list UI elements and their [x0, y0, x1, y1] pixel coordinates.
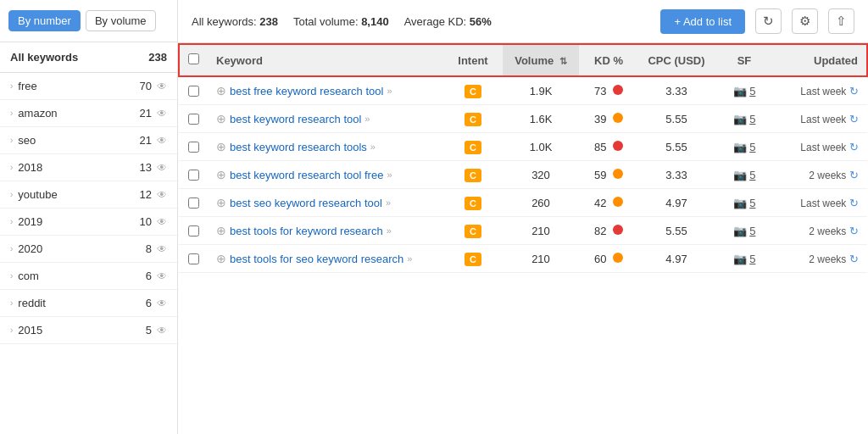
table-row: ⊕ best free keyword research tool » C 1.… — [179, 76, 867, 105]
header-volume[interactable]: Volume ⇅ — [503, 44, 579, 76]
header-intent[interactable]: Intent — [443, 44, 503, 76]
keyword-text: best free keyword research tool — [230, 85, 383, 97]
sidebar-keyword-name: 2020 — [18, 242, 42, 255]
refresh-row-icon[interactable]: ↻ — [849, 253, 859, 265]
row-updated-cell: 2 weeks ↻ — [774, 217, 867, 245]
row-volume-cell: 1.6K — [503, 105, 579, 133]
row-updated-cell: 2 weeks ↻ — [774, 161, 867, 189]
chevron-right-icon: › — [10, 163, 13, 172]
row-checkbox[interactable] — [188, 253, 199, 264]
refresh-button[interactable]: ↻ — [755, 8, 782, 34]
eye-icon[interactable]: 👁 — [157, 162, 167, 174]
sidebar-item[interactable]: › com 6 👁 — [0, 263, 177, 290]
keyword-link[interactable]: ⊕ best free keyword research tool » — [216, 84, 435, 97]
eye-icon[interactable]: 👁 — [157, 135, 167, 147]
eye-icon[interactable]: 👁 — [157, 81, 167, 92]
kd-value: 73 — [594, 85, 606, 97]
sf-count[interactable]: 5 — [749, 113, 755, 125]
sidebar-item[interactable]: › seo 21 👁 — [0, 127, 177, 154]
select-all-checkbox[interactable] — [188, 53, 199, 64]
row-cpc-cell: 5.55 — [638, 217, 715, 245]
sidebar-item-right: 13 👁 — [140, 161, 167, 174]
row-checkbox[interactable] — [188, 114, 199, 125]
eye-icon[interactable]: 👁 — [157, 270, 167, 282]
row-sf-cell: 📷 5 — [715, 161, 774, 189]
row-checkbox[interactable] — [188, 86, 199, 97]
header-kd[interactable]: KD % — [579, 44, 638, 76]
sidebar-item[interactable]: › reddit 6 👁 — [0, 290, 177, 317]
keyword-link[interactable]: ⊕ best keyword research tool » — [216, 112, 435, 125]
row-keyword-cell: ⊕ best keyword research tools » — [208, 133, 443, 161]
refresh-row-icon[interactable]: ↻ — [849, 85, 859, 97]
updated-text: Last week — [800, 142, 846, 153]
keyword-link[interactable]: ⊕ best tools for keyword research » — [216, 224, 435, 237]
keyword-link[interactable]: ⊕ best seo keyword research tool » — [216, 196, 435, 209]
header-keyword[interactable]: Keyword — [208, 44, 443, 76]
all-keywords-count: 238 — [148, 51, 167, 64]
refresh-row-icon[interactable]: ↻ — [849, 141, 859, 153]
header-sf[interactable]: SF — [715, 44, 774, 76]
row-checkbox[interactable] — [188, 170, 199, 181]
refresh-row-icon[interactable]: ↻ — [849, 225, 859, 237]
row-kd-cell: 85 — [579, 133, 638, 161]
intent-badge: C — [465, 169, 481, 182]
kd-value: 85 — [594, 141, 606, 153]
eye-icon[interactable]: 👁 — [157, 325, 167, 337]
sf-count[interactable]: 5 — [749, 197, 755, 209]
main-content: All keywords: 238 Total volume: 8,140 Av… — [178, 0, 868, 434]
eye-icon[interactable]: 👁 — [157, 108, 167, 120]
row-checkbox[interactable] — [188, 198, 199, 209]
sf-count[interactable]: 5 — [749, 225, 755, 237]
header-cpc[interactable]: CPC (USD) — [638, 44, 715, 76]
sidebar-item[interactable]: › amazon 21 👁 — [0, 100, 177, 127]
refresh-row-icon[interactable]: ↻ — [849, 169, 859, 181]
refresh-row-icon[interactable]: ↻ — [849, 113, 859, 125]
eye-icon[interactable]: 👁 — [157, 189, 167, 201]
eye-icon[interactable]: 👁 — [157, 298, 167, 309]
intent-badge: C — [465, 225, 481, 238]
sf-count[interactable]: 5 — [749, 141, 755, 153]
sidebar-item[interactable]: › 2015 5 👁 — [0, 317, 177, 344]
add-to-list-button[interactable]: + Add to list — [660, 9, 745, 34]
keyword-link[interactable]: ⊕ best keyword research tool free » — [216, 168, 435, 181]
sidebar-item[interactable]: › 2019 10 👁 — [0, 209, 177, 236]
export-button[interactable]: ⇧ — [828, 8, 854, 34]
eye-icon[interactable]: 👁 — [157, 243, 167, 255]
sidebar-item[interactable]: › youtube 12 👁 — [0, 181, 177, 209]
kd-dot — [613, 225, 623, 235]
refresh-row-icon[interactable]: ↻ — [849, 197, 859, 209]
by-volume-button[interactable]: By volume — [86, 10, 156, 31]
sidebar-item-right: 12 👁 — [140, 188, 167, 201]
sidebar-item-left: › amazon — [10, 107, 58, 120]
plus-icon: ⊕ — [216, 224, 226, 237]
row-keyword-cell: ⊕ best seo keyword research tool » — [208, 189, 443, 217]
row-volume-cell: 210 — [503, 217, 579, 245]
sf-count[interactable]: 5 — [749, 169, 755, 181]
sf-image-icon: 📷 — [733, 113, 747, 125]
row-checkbox[interactable] — [188, 142, 199, 153]
settings-button[interactable]: ⚙ — [792, 8, 818, 34]
row-checkbox[interactable] — [188, 225, 199, 236]
header-checkbox-cell — [179, 44, 208, 76]
sidebar-item[interactable]: › 2020 8 👁 — [0, 236, 177, 263]
sidebar-item[interactable]: › free 70 👁 — [0, 73, 177, 100]
sidebar-item[interactable]: › 2018 13 👁 — [0, 154, 177, 181]
row-cpc-cell: 5.55 — [638, 133, 715, 161]
keyword-link[interactable]: ⊕ best keyword research tools » — [216, 140, 435, 153]
header-updated[interactable]: Updated — [774, 44, 867, 76]
all-keywords-label: All keywords — [10, 51, 78, 64]
updated-text: Last week — [800, 198, 846, 209]
row-cpc-cell: 3.33 — [638, 76, 715, 105]
by-number-button[interactable]: By number — [8, 10, 81, 31]
eye-icon[interactable]: 👁 — [157, 216, 167, 228]
sidebar-keyword-count: 5 — [146, 324, 152, 337]
chevron-right-icon: › — [10, 298, 13, 308]
keyword-link[interactable]: ⊕ best tools for seo keyword research » — [216, 252, 435, 265]
sf-count[interactable]: 5 — [749, 85, 755, 97]
sidebar-keyword-name: youtube — [18, 188, 57, 201]
chevron-right-icon: › — [10, 136, 13, 145]
row-sf-cell: 📷 5 — [715, 217, 774, 245]
sidebar-keyword-name: 2019 — [18, 215, 42, 228]
sf-count[interactable]: 5 — [749, 253, 755, 265]
row-checkbox-cell — [179, 76, 208, 105]
